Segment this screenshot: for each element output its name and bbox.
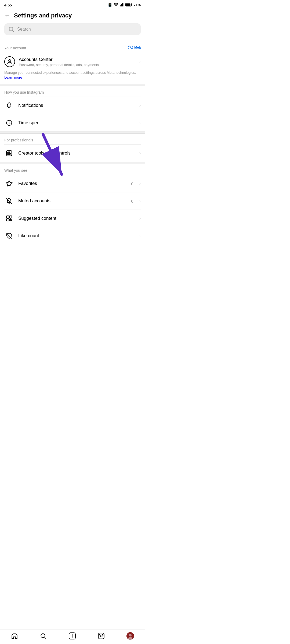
- like-count-chevron: ›: [139, 233, 141, 238]
- wifi-icon: [114, 3, 118, 7]
- suggested-content-chevron: ›: [139, 216, 141, 221]
- time-spent-icon: [4, 118, 14, 128]
- notifications-chevron: ›: [139, 103, 141, 108]
- svg-rect-13: [8, 153, 8, 155]
- favorites-icon: [4, 179, 14, 188]
- your-account-section: Your account Meta Accounts Center Passwo…: [0, 41, 145, 84]
- for-professionals-section: For professionals Creator tools and cont…: [0, 134, 145, 162]
- divider-2: [0, 131, 145, 134]
- favorites-badge: 0: [131, 181, 133, 186]
- like-count-item[interactable]: Like count ›: [4, 227, 141, 244]
- svg-rect-15: [10, 153, 11, 155]
- creator-tools-icon: [4, 148, 14, 158]
- suggested-content-icon: [4, 214, 14, 223]
- how-you-use-label: How you use Instagram: [4, 86, 141, 97]
- accounts-center-title: Accounts Center: [19, 57, 136, 62]
- svg-rect-21: [9, 216, 12, 218]
- battery-icon: [125, 3, 132, 7]
- status-time: 4:55: [4, 3, 12, 7]
- suggested-content-item[interactable]: Suggested content ›: [4, 210, 141, 227]
- battery-percent: 71%: [134, 3, 141, 7]
- svg-line-7: [13, 31, 14, 32]
- notifications-icon: [4, 101, 14, 110]
- creator-tools-chevron: ›: [139, 151, 141, 156]
- accounts-center-chevron: ›: [139, 59, 141, 64]
- bottom-spacer: [0, 244, 145, 266]
- creator-tools-label: Creator tools and controls: [18, 151, 135, 156]
- suggested-content-label: Suggested content: [18, 216, 135, 221]
- muted-accounts-label: Muted accounts: [18, 198, 127, 204]
- svg-rect-1: [121, 4, 122, 6]
- your-account-label: Your account Meta: [4, 41, 141, 53]
- vibrate-icon: 📳: [108, 3, 112, 7]
- page-header: ← Settings and privacy: [0, 9, 145, 23]
- back-button[interactable]: ←: [4, 12, 10, 19]
- svg-point-9: [9, 60, 11, 62]
- accounts-center-description: Manage your connected experiences and ac…: [4, 70, 141, 84]
- page-title: Settings and privacy: [14, 12, 72, 19]
- muted-accounts-chevron: ›: [139, 199, 141, 203]
- svg-rect-20: [6, 216, 9, 218]
- svg-marker-24: [10, 219, 11, 221]
- like-count-icon: [4, 231, 14, 241]
- svg-rect-0: [120, 5, 121, 6]
- favorites-item[interactable]: Favorites 0 ›: [4, 175, 141, 192]
- svg-rect-22: [6, 219, 9, 221]
- status-bar: 4:55 📳 71%: [0, 0, 145, 9]
- svg-rect-2: [122, 3, 123, 6]
- divider-3: [0, 162, 145, 164]
- accounts-center-row[interactable]: Accounts Center Password, security, pers…: [4, 53, 141, 70]
- search-bar[interactable]: Search: [4, 23, 141, 35]
- learn-more-link[interactable]: Learn more: [4, 75, 22, 79]
- search-icon: [8, 26, 15, 32]
- what-you-see-section: What you see Favorites 0 › Muted account…: [0, 164, 145, 244]
- like-count-label: Like count: [18, 233, 135, 239]
- time-spent-item[interactable]: Time spent ›: [4, 114, 141, 131]
- accounts-center-icon: [4, 56, 15, 67]
- what-you-see-label: What you see: [4, 164, 141, 175]
- accounts-center-subtitle: Password, security, personal details, ad…: [19, 63, 136, 67]
- svg-rect-5: [126, 3, 130, 6]
- search-placeholder: Search: [17, 27, 31, 32]
- meta-logo: Meta: [127, 45, 141, 51]
- notifications-item[interactable]: Notifications ›: [4, 97, 141, 114]
- time-spent-chevron: ›: [139, 120, 141, 125]
- muted-accounts-item[interactable]: Muted accounts 0 ›: [4, 192, 141, 210]
- notifications-label: Notifications: [18, 103, 135, 108]
- for-professionals-label: For professionals: [4, 134, 141, 144]
- favorites-chevron: ›: [139, 181, 141, 186]
- divider-1: [0, 84, 145, 86]
- svg-line-19: [6, 198, 12, 204]
- time-spent-label: Time spent: [18, 120, 135, 126]
- muted-accounts-icon: [4, 196, 14, 206]
- svg-rect-3: [123, 3, 124, 6]
- svg-point-6: [9, 27, 13, 31]
- signal-icon: [120, 3, 124, 7]
- svg-marker-17: [6, 181, 12, 186]
- svg-text:Meta: Meta: [134, 45, 141, 49]
- muted-accounts-badge: 0: [131, 199, 133, 203]
- search-container: Search: [0, 23, 145, 41]
- svg-rect-14: [9, 152, 9, 155]
- creator-tools-item[interactable]: Creator tools and controls ›: [4, 144, 141, 162]
- status-icons: 📳 71%: [108, 3, 141, 7]
- favorites-label: Favorites: [18, 181, 127, 186]
- how-you-use-section: How you use Instagram Notifications › Ti…: [0, 86, 145, 131]
- accounts-center-text: Accounts Center Password, security, pers…: [19, 57, 136, 67]
